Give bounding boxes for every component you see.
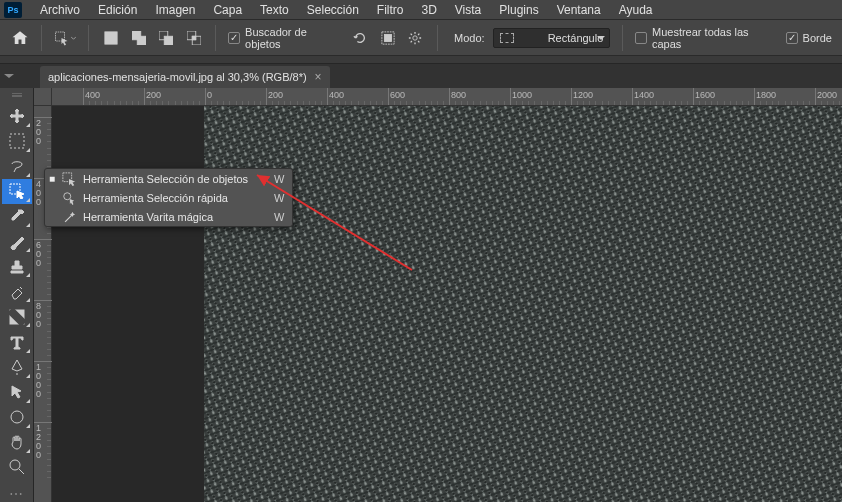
- chevron-down-icon: [597, 32, 605, 44]
- home-icon[interactable]: [10, 28, 29, 48]
- zoom-tool[interactable]: [2, 455, 32, 480]
- settings-gear-icon[interactable]: [406, 28, 425, 48]
- brush-tool[interactable]: [2, 229, 32, 254]
- object-select-icon: [61, 171, 77, 187]
- flyout-item-label: Herramienta Selección de objetos: [83, 173, 248, 185]
- workspace: ⋯ 40020002004006008001000120014001600180…: [0, 88, 842, 502]
- add-selection-button[interactable]: [129, 28, 148, 48]
- separator: [215, 25, 216, 51]
- sample-all-layers-label: Muestrear todas las capas: [652, 26, 778, 50]
- menu-filter[interactable]: Filtro: [369, 1, 412, 19]
- pen-tool[interactable]: [2, 355, 32, 380]
- svg-rect-5: [164, 36, 173, 45]
- tool-flyout-menu: ■Herramienta Selección de objetosW■Herra…: [44, 168, 293, 227]
- flyout-item-shortcut: W: [254, 173, 284, 185]
- lasso-tool[interactable]: [2, 154, 32, 179]
- separator: [437, 25, 438, 51]
- hard-edge-label: Borde: [803, 32, 832, 44]
- hard-edge-checkbox[interactable]: Borde: [786, 32, 832, 44]
- ruler-tick-label: 0: [207, 90, 212, 100]
- svg-rect-8: [192, 36, 196, 40]
- ruler-horizontal[interactable]: 4002000200400600800100012001400160018002…: [52, 88, 842, 106]
- canvas-area: 4002000200400600800100012001400160018002…: [34, 88, 842, 502]
- eyedropper-tool[interactable]: [2, 204, 32, 229]
- active-bullet-icon: ■: [49, 173, 55, 184]
- svg-rect-3: [137, 36, 146, 45]
- ruler-origin[interactable]: [34, 88, 52, 106]
- menu-image[interactable]: Imagen: [147, 1, 203, 19]
- gradient-tool[interactable]: [2, 304, 32, 329]
- active-tool-icon[interactable]: [54, 27, 76, 49]
- document-tab[interactable]: aplicaciones-mensajeria-movil.jpg al 30,…: [40, 66, 330, 88]
- checkbox-icon: [786, 32, 798, 44]
- ruler-tick-label: 2000: [817, 90, 837, 100]
- ruler-tick-label: 600: [390, 90, 405, 100]
- menu-plugins[interactable]: Plugins: [491, 1, 546, 19]
- canvas-viewport[interactable]: [52, 106, 842, 502]
- marquee-tool[interactable]: [2, 129, 32, 154]
- menu-selection[interactable]: Selección: [299, 1, 367, 19]
- svg-rect-10: [384, 34, 391, 41]
- menubar: Ps Archivo Edición Imagen Capa Texto Sel…: [0, 0, 842, 20]
- svg-point-15: [11, 411, 23, 423]
- palette-collapse-icon[interactable]: [2, 92, 32, 100]
- menu-edit[interactable]: Edición: [90, 1, 145, 19]
- close-tab-icon[interactable]: ×: [315, 70, 322, 84]
- mode-dropdown[interactable]: Rectángulo: [493, 28, 611, 48]
- svg-rect-12: [10, 134, 24, 148]
- object-selection-tool[interactable]: [2, 179, 32, 204]
- svg-rect-1: [105, 31, 117, 43]
- magic-wand-icon: [61, 209, 77, 225]
- flyout-item-magic-wand[interactable]: ■Herramienta Varita mágicaW: [45, 207, 292, 226]
- refresh-button[interactable]: [351, 28, 370, 48]
- flyout-item-object-select[interactable]: ■Herramienta Selección de objetosW: [45, 169, 292, 188]
- menu-layer[interactable]: Capa: [205, 1, 250, 19]
- new-selection-button[interactable]: [101, 28, 120, 48]
- object-finder-label: Buscador de objetos: [245, 26, 343, 50]
- ruler-tick-label: 400: [85, 90, 100, 100]
- stamp-tool[interactable]: [2, 254, 32, 279]
- sample-all-layers-checkbox[interactable]: Muestrear todas las capas: [635, 26, 777, 50]
- app-logo-icon: Ps: [4, 2, 22, 18]
- subtract-selection-button[interactable]: [156, 28, 175, 48]
- svg-rect-21: [204, 106, 842, 502]
- intersect-selection-button[interactable]: [184, 28, 203, 48]
- svg-point-23: [64, 192, 71, 199]
- ruler-tick-label: 200: [268, 90, 283, 100]
- type-tool[interactable]: [2, 329, 32, 354]
- overlay-button[interactable]: [378, 28, 397, 48]
- separator: [41, 25, 42, 51]
- ruler-tick-label: 1600: [695, 90, 715, 100]
- separator: [88, 25, 89, 51]
- menu-help[interactable]: Ayuda: [611, 1, 661, 19]
- separator: [622, 25, 623, 51]
- tab-scroll-chevrons-icon[interactable]: [4, 64, 34, 88]
- hand-tool[interactable]: [2, 430, 32, 455]
- flyout-item-label: Herramienta Selección rápida: [83, 192, 228, 204]
- menu-view[interactable]: Vista: [447, 1, 489, 19]
- flyout-item-shortcut: W: [254, 211, 284, 223]
- options-bar: Buscador de objetos Modo: Rectángulo Mue…: [0, 20, 842, 56]
- collapse-strip[interactable]: [0, 56, 842, 64]
- menu-text[interactable]: Texto: [252, 1, 297, 19]
- document-tab-bar: aplicaciones-mensajeria-movil.jpg al 30,…: [0, 64, 842, 88]
- checkbox-icon: [228, 32, 240, 44]
- menu-window[interactable]: Ventana: [549, 1, 609, 19]
- ruler-vertical[interactable]: 20040060080010001200: [34, 106, 52, 502]
- move-tool[interactable]: [2, 104, 32, 129]
- shape-tool[interactable]: [2, 405, 32, 430]
- flyout-item-quick-select[interactable]: ■Herramienta Selección rápidaW: [45, 188, 292, 207]
- path-selection-tool[interactable]: [2, 380, 32, 405]
- eraser-tool[interactable]: [2, 279, 32, 304]
- svg-point-11: [413, 35, 417, 39]
- ruler-tick-label: 200: [146, 90, 161, 100]
- checkbox-icon: [635, 32, 647, 44]
- ruler-tick-label: 1000: [512, 90, 532, 100]
- more-tools-icon[interactable]: ⋯: [9, 486, 24, 502]
- object-finder-checkbox[interactable]: Buscador de objetos: [228, 26, 342, 50]
- svg-point-16: [10, 460, 20, 470]
- tool-palette: ⋯: [0, 88, 34, 502]
- menu-3d[interactable]: 3D: [413, 1, 444, 19]
- menu-file[interactable]: Archivo: [32, 1, 88, 19]
- rectangle-icon: [500, 33, 514, 43]
